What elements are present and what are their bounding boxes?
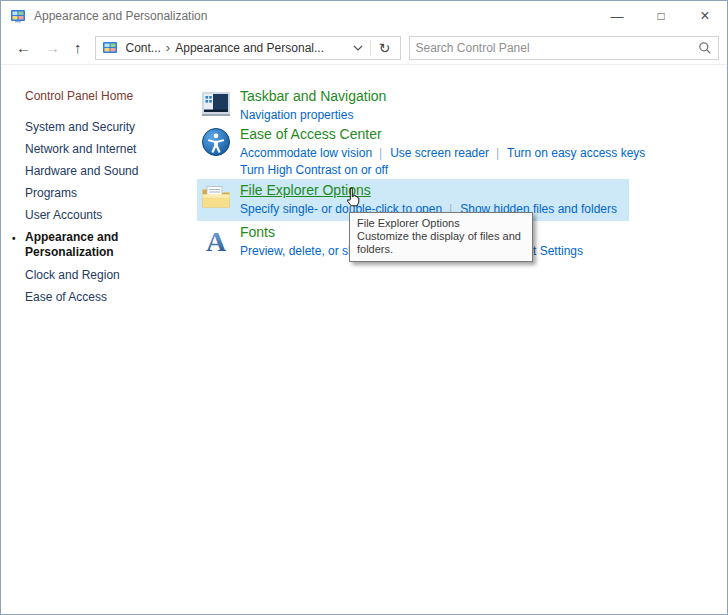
category-ease-of-access-center: Ease of Access Center Accommodate low vi…	[197, 123, 657, 182]
divider	[370, 40, 371, 56]
sidebar-item-network-and-internet[interactable]: Network and Internet	[1, 138, 189, 160]
sidebar: Control Panel Home System and Security N…	[1, 79, 189, 308]
tooltip-title: File Explorer Options	[357, 217, 525, 230]
sidebar-item-user-accounts[interactable]: User Accounts	[1, 204, 189, 226]
fonts-icon[interactable]: A	[200, 224, 232, 256]
breadcrumb-item-control-panel[interactable]: Cont...	[122, 41, 165, 55]
close-button[interactable]: ×	[683, 1, 727, 31]
chevron-down-icon[interactable]	[348, 45, 368, 51]
sidebar-item-hardware-and-sound[interactable]: Hardware and Sound	[1, 160, 189, 182]
category-taskbar-and-navigation: Taskbar and Navigation Navigation proper…	[197, 85, 398, 127]
title-bar: Appearance and Personalization — □ ×	[1, 1, 727, 31]
back-button[interactable]: ←	[9, 40, 38, 55]
control-panel-window: Appearance and Personalization — □ × ← →…	[0, 0, 728, 615]
taskbar-navigation-icon[interactable]	[200, 88, 232, 120]
tooltip: File Explorer Options Customize the disp…	[349, 212, 533, 262]
control-panel-icon[interactable]	[10, 8, 26, 24]
category-title[interactable]: Ease of Access Center	[240, 126, 645, 143]
content-area: Taskbar and Navigation Navigation proper…	[197, 79, 721, 614]
tooltip-body: Customize the display of files and folde…	[357, 230, 525, 256]
forward-button[interactable]: →	[38, 40, 67, 55]
up-button[interactable]: ↑	[67, 40, 89, 55]
address-bar[interactable]: Cont... › Appearance and Personal... ↻	[95, 36, 401, 60]
sidebar-item-system-and-security[interactable]: System and Security	[1, 116, 189, 138]
ease-of-access-icon[interactable]	[200, 126, 232, 158]
sidebar-item-appearance-and-personalization[interactable]: • Appearance and Personalization	[1, 226, 161, 264]
sidebar-item-label: Appearance and Personalization	[25, 230, 118, 259]
task-row: Accommodate low visionUse screen readerT…	[240, 146, 645, 160]
window-title: Appearance and Personalization	[34, 9, 207, 23]
task-link-navigation-properties[interactable]: Navigation properties	[240, 108, 353, 122]
task-link-turn-on-easy-access-keys[interactable]: Turn on easy access keys	[489, 146, 645, 160]
task-link-turn-high-contrast-on-or-off[interactable]: Turn High Contrast on or off	[240, 163, 388, 177]
control-panel-icon[interactable]	[102, 40, 118, 56]
breadcrumb-item-appearance[interactable]: Appearance and Personal...	[171, 41, 328, 55]
task-link-use-screen-reader[interactable]: Use screen reader	[372, 146, 489, 160]
search-box[interactable]	[409, 36, 720, 60]
task-row: Turn High Contrast on or off	[240, 163, 645, 177]
task-row: Navigation properties	[240, 108, 386, 122]
category-title[interactable]: File Explorer Options	[240, 182, 617, 199]
cursor-hand-icon	[344, 187, 361, 207]
sidebar-item-programs[interactable]: Programs	[1, 182, 189, 204]
sidebar-item-control-panel-home[interactable]: Control Panel Home	[1, 85, 189, 107]
maximize-button[interactable]: □	[639, 1, 683, 31]
navigation-bar: ← → ↑ Cont... › Appearance and Personal.…	[1, 31, 727, 65]
window-controls: — □ ×	[595, 1, 727, 31]
task-link-accommodate-low-vision[interactable]: Accommodate low vision	[240, 146, 372, 160]
file-explorer-options-icon[interactable]	[200, 182, 232, 214]
sidebar-item-ease-of-access[interactable]: Ease of Access	[1, 286, 189, 308]
search-input[interactable]	[416, 41, 695, 55]
refresh-button[interactable]: ↻	[373, 40, 397, 56]
category-title[interactable]: Taskbar and Navigation	[240, 88, 386, 105]
svg-text:A: A	[206, 226, 227, 256]
active-bullet-icon: •	[12, 231, 16, 246]
search-icon[interactable]	[698, 41, 712, 55]
sidebar-item-clock-and-region[interactable]: Clock and Region	[1, 264, 189, 286]
minimize-button[interactable]: —	[595, 1, 639, 31]
